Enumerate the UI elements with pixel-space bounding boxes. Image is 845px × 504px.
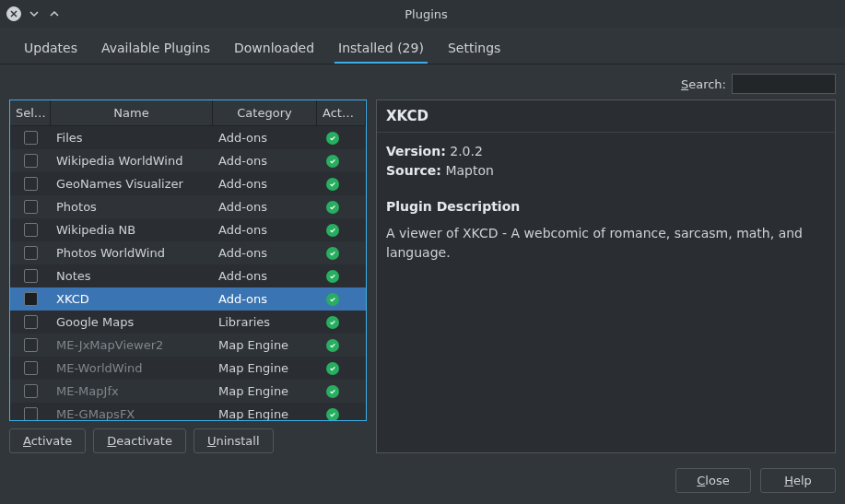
help-button[interactable]: Help xyxy=(760,468,836,493)
row-category: Map Engine xyxy=(213,384,317,398)
title-bar: Plugins xyxy=(0,0,845,28)
tab-downloaded[interactable]: Downloaded xyxy=(230,35,318,64)
table-row[interactable]: PhotosAdd-ons xyxy=(10,195,366,218)
tab-updates[interactable]: Updates xyxy=(20,35,81,64)
active-icon xyxy=(326,408,339,421)
row-name: ME-MapJfx xyxy=(51,384,213,398)
row-category: Add-ons xyxy=(213,269,317,283)
row-name: ME-WorldWind xyxy=(51,361,213,375)
col-header-select[interactable]: Sel… xyxy=(10,100,51,125)
active-icon xyxy=(326,385,339,398)
row-checkbox[interactable] xyxy=(24,361,38,375)
table-row[interactable]: Google MapsLibraries xyxy=(10,311,366,334)
row-name: Photos xyxy=(51,200,213,214)
chevron-down-icon xyxy=(29,8,40,19)
tab-bar: UpdatesAvailable PluginsDownloadedInstal… xyxy=(0,28,845,64)
row-name: ME-GMapsFX xyxy=(51,407,213,420)
row-name: ME-JxMapViewer2 xyxy=(51,338,213,352)
col-header-category[interactable]: Category xyxy=(213,100,317,125)
active-icon xyxy=(326,247,339,260)
plugins-table: Sel… Name Category Act… FilesAdd-onsWiki… xyxy=(9,100,367,421)
active-icon xyxy=(326,339,339,352)
row-name: Wikipedia NB xyxy=(51,223,213,237)
table-row[interactable]: Wikipedia WorldWindAdd-ons xyxy=(10,149,366,172)
active-icon xyxy=(326,132,339,145)
table-row[interactable]: ME-GMapsFXMap Engine xyxy=(10,403,366,420)
row-checkbox[interactable] xyxy=(24,315,38,329)
active-icon xyxy=(326,362,339,375)
details-panel: XKCD Version: 2.0.2 Source: Mapton Plugi… xyxy=(376,100,836,453)
row-checkbox[interactable] xyxy=(24,384,38,398)
tab-installed-29[interactable]: Installed (29) xyxy=(334,35,428,64)
version-value: 2.0.2 xyxy=(450,144,483,158)
row-name: GeoNames Visualizer xyxy=(51,177,213,191)
version-label: Version: xyxy=(386,144,446,158)
source-label: Source: xyxy=(386,163,441,178)
row-category: Add-ons xyxy=(213,177,317,191)
active-icon xyxy=(326,316,339,329)
chevron-up-icon xyxy=(49,8,60,19)
row-category: Add-ons xyxy=(213,154,317,168)
deactivate-button[interactable]: Deactivate xyxy=(93,428,186,453)
row-category: Add-ons xyxy=(213,223,317,237)
plugin-description-text: A viewer of XKCD - A webcomic of romance… xyxy=(386,224,826,263)
row-category: Add-ons xyxy=(213,200,317,214)
table-row[interactable]: GeoNames VisualizerAdd-ons xyxy=(10,172,366,195)
col-header-active[interactable]: Act… xyxy=(317,100,366,125)
row-name: XKCD xyxy=(51,292,213,306)
close-icon xyxy=(6,6,21,21)
row-checkbox[interactable] xyxy=(24,200,38,214)
active-icon xyxy=(326,155,339,168)
table-row[interactable]: Photos WorldWindAdd-ons xyxy=(10,241,366,264)
active-icon xyxy=(326,293,339,306)
window-arrow-up-button[interactable] xyxy=(46,6,63,22)
row-category: Libraries xyxy=(213,315,317,329)
search-row: Search: xyxy=(0,64,845,100)
row-name: Photos WorldWind xyxy=(51,246,213,260)
row-checkbox[interactable] xyxy=(24,269,38,283)
row-checkbox[interactable] xyxy=(24,338,38,352)
row-category: Map Engine xyxy=(213,361,317,375)
search-input[interactable] xyxy=(732,74,836,94)
col-header-name[interactable]: Name xyxy=(51,100,213,125)
plugin-description-heading: Plugin Description xyxy=(386,197,826,217)
active-icon xyxy=(326,270,339,283)
row-checkbox[interactable] xyxy=(24,131,38,145)
active-icon xyxy=(326,201,339,214)
tab-available-plugins[interactable]: Available Plugins xyxy=(98,35,214,64)
close-button[interactable]: Close xyxy=(675,468,751,493)
row-checkbox[interactable] xyxy=(24,292,38,306)
table-row[interactable]: ME-MapJfxMap Engine xyxy=(10,380,366,403)
row-checkbox[interactable] xyxy=(24,246,38,260)
row-checkbox[interactable] xyxy=(24,223,38,237)
activate-button[interactable]: Activate xyxy=(9,428,86,453)
row-checkbox[interactable] xyxy=(24,154,38,168)
row-category: Add-ons xyxy=(213,131,317,145)
action-bar: Activate Deactivate Uninstall xyxy=(9,421,367,453)
row-name: Files xyxy=(51,131,213,145)
row-checkbox[interactable] xyxy=(24,407,38,420)
active-icon xyxy=(326,178,339,191)
table-row[interactable]: ME-JxMapViewer2Map Engine xyxy=(10,334,366,357)
table-row[interactable]: Wikipedia NBAdd-ons xyxy=(10,218,366,241)
window-title: Plugins xyxy=(63,7,790,21)
table-row[interactable]: XKCDAdd-ons xyxy=(10,287,366,311)
row-category: Map Engine xyxy=(213,338,317,352)
table-row[interactable]: NotesAdd-ons xyxy=(10,264,366,287)
row-checkbox[interactable] xyxy=(24,177,38,191)
row-name: Notes xyxy=(51,269,213,283)
row-category: Map Engine xyxy=(213,407,317,420)
row-category: Add-ons xyxy=(213,292,317,306)
table-header: Sel… Name Category Act… xyxy=(10,100,366,126)
row-name: Google Maps xyxy=(51,315,213,329)
table-row[interactable]: ME-WorldWindMap Engine xyxy=(10,357,366,380)
dialog-footer: Close Help xyxy=(0,457,845,504)
table-body[interactable]: FilesAdd-onsWikipedia WorldWindAdd-onsGe… xyxy=(10,126,366,420)
table-row[interactable]: FilesAdd-ons xyxy=(10,126,366,149)
window-arrow-down-button[interactable] xyxy=(26,6,42,22)
details-title: XKCD xyxy=(377,100,835,133)
uninstall-button[interactable]: Uninstall xyxy=(194,428,274,453)
row-category: Add-ons xyxy=(213,246,317,260)
tab-settings[interactable]: Settings xyxy=(444,35,504,64)
window-close-button[interactable] xyxy=(6,6,22,22)
